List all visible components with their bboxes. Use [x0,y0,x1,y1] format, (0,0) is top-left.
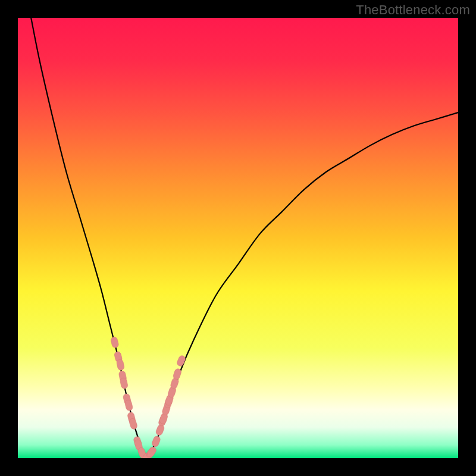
highlight-marker [176,355,186,367]
curve-layer [18,18,458,458]
highlight-marker [124,399,133,411]
highlight-marker [110,336,119,348]
marker-group [110,336,186,458]
chart-frame: TheBottleneck.com [0,0,476,476]
plot-area [18,18,458,458]
watermark-text: TheBottleneck.com [356,2,470,18]
highlight-marker [116,359,125,371]
bottleneck-curve [31,18,458,458]
highlight-marker [151,435,161,447]
highlight-marker [120,377,129,389]
